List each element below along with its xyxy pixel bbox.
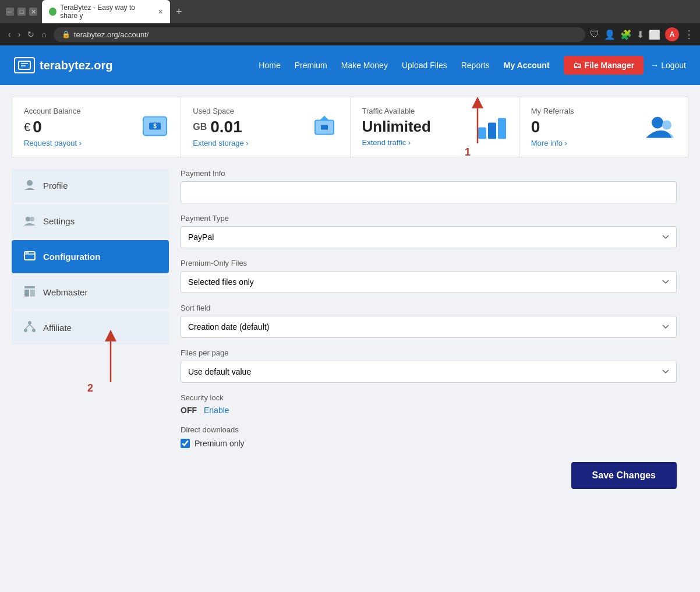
svg-rect-23 — [30, 290, 35, 297]
tab-close-button[interactable]: ✕ — [158, 8, 163, 16]
svg-point-24 — [28, 321, 31, 325]
sidebar-item-configuration[interactable]: Configuration — [12, 240, 169, 273]
direct-downloads-section: Direct downloads Premium only — [181, 425, 677, 448]
sidebar-item-webmaster[interactable]: Webmaster — [12, 276, 169, 309]
main-layout: Profile Settings Configuration Webmaster — [12, 169, 688, 501]
profile-label: Profile — [43, 181, 68, 191]
site-nav: terabytez.org Home Premium Make Money Up… — [0, 45, 700, 85]
premium-only-files-select[interactable]: Selected files only All files None — [181, 271, 677, 293]
affiliate-icon — [23, 320, 36, 335]
stat-card-referrals: My Referrals 0 More info › — [519, 97, 688, 157]
user-avatar[interactable]: A — [665, 27, 679, 41]
svg-point-13 — [662, 121, 671, 130]
home-button[interactable]: ⌂ — [39, 27, 48, 41]
new-tab-button[interactable]: + — [172, 6, 186, 18]
save-changes-button[interactable]: Save Changes — [571, 462, 677, 489]
security-lock-section: Security lock OFF Enable — [181, 393, 677, 415]
url-text: terabytez.org/account/ — [74, 30, 577, 39]
active-tab[interactable]: TeraBytez - Easy way to share y ✕ — [42, 0, 170, 23]
payment-info-section: Payment Info — [181, 169, 677, 203]
space-unit: GB — [193, 122, 207, 132]
sidebar-item-profile[interactable]: Profile — [12, 169, 169, 202]
payment-info-input[interactable] — [181, 181, 677, 203]
minimize-button[interactable]: ─ — [6, 8, 14, 16]
browser-controls: ─ □ ✕ — [6, 8, 37, 16]
svg-rect-21 — [24, 286, 35, 288]
split-icon: ⬜ — [649, 29, 660, 40]
nav-upload-files[interactable]: Upload Files — [402, 61, 447, 70]
file-manager-button[interactable]: 🗂 File Manager — [564, 56, 644, 75]
stat-card-traffic: Traffic Available Unlimited Extend traff… — [351, 97, 519, 157]
security-lock-label: Security lock — [181, 393, 677, 402]
file-manager-label: File Manager — [585, 61, 635, 70]
menu-icon[interactable]: ⋮ — [684, 28, 694, 41]
webmaster-label: Webmaster — [43, 287, 87, 297]
sidebar: Profile Settings Configuration Webmaster — [12, 169, 169, 501]
url-box[interactable]: 🔒 terabytez.org/account/ — [54, 27, 585, 42]
premium-only-checkbox-row: Premium only — [181, 439, 677, 448]
close-button[interactable]: ✕ — [29, 8, 37, 16]
configuration-icon — [23, 249, 36, 264]
forward-button[interactable]: › — [16, 27, 23, 41]
logout-icon: → — [650, 61, 659, 70]
lock-icon: 🔒 — [62, 30, 70, 38]
settings-label: Settings — [43, 216, 75, 226]
browser-nav-buttons: ‹ › ↻ ⌂ — [6, 27, 49, 41]
svg-line-27 — [26, 325, 30, 329]
payment-info-label: Payment Info — [181, 169, 677, 178]
sidebar-item-affiliate[interactable]: Affiliate — [12, 311, 169, 344]
back-button[interactable]: ‹ — [6, 27, 13, 41]
balance-amount: 0 — [33, 118, 42, 136]
sort-field-select[interactable]: Creation date (default) Name Size Date m… — [181, 316, 677, 338]
content-area: Payment Info Payment Type PayPal Bitcoin… — [169, 169, 688, 501]
nav-my-account[interactable]: My Account — [504, 61, 550, 70]
space-icon — [310, 112, 338, 142]
nav-home[interactable]: Home — [259, 61, 280, 70]
file-manager-icon: 🗂 — [573, 61, 581, 70]
nav-links: Home Premium Make Money Upload Files Rep… — [259, 61, 549, 70]
files-per-page-section: Files per page Use default value 10 20 5… — [181, 348, 677, 383]
tab-bar: TeraBytez - Easy way to share y ✕ + — [42, 0, 694, 23]
save-btn-row: Save Changes — [181, 462, 677, 501]
logout-button[interactable]: → Logout — [650, 61, 686, 70]
svg-point-12 — [652, 117, 663, 129]
sort-field-section: Sort field Creation date (default) Name … — [181, 304, 677, 338]
download-icon: ⬇ — [637, 29, 644, 40]
premium-only-checkbox[interactable] — [181, 439, 190, 448]
payment-type-select[interactable]: PayPal Bitcoin Bank Transfer — [181, 226, 677, 248]
logo-text: terabytez.org — [40, 59, 113, 72]
stat-card-space: Used Space GB 0.01 Extend storage › — [181, 97, 350, 157]
balance-currency: € — [24, 121, 30, 134]
svg-point-25 — [24, 329, 27, 332]
svg-rect-9 — [478, 128, 486, 139]
nav-actions: 🗂 File Manager → Logout — [564, 56, 686, 75]
nav-make-money[interactable]: Make Money — [341, 61, 388, 70]
balance-icon: $ — [141, 112, 169, 142]
tab-favicon — [49, 8, 56, 16]
refresh-button[interactable]: ↻ — [25, 27, 37, 41]
logo-icon — [14, 57, 35, 73]
settings-icon — [23, 214, 36, 228]
sort-field-label: Sort field — [181, 304, 677, 312]
svg-rect-22 — [24, 290, 29, 297]
svg-rect-11 — [498, 118, 506, 139]
enable-link[interactable]: Enable — [204, 406, 229, 415]
files-per-page-label: Files per page — [181, 348, 677, 357]
nav-reports[interactable]: Reports — [461, 61, 490, 70]
browser-chrome: ─ □ ✕ TeraBytez - Easy way to share y ✕ … — [0, 0, 700, 23]
svg-point-26 — [32, 329, 36, 332]
shield-icon: 🛡 — [590, 29, 599, 40]
configuration-label: Configuration — [43, 252, 100, 262]
space-amount: 0.01 — [210, 118, 242, 136]
logout-label: Logout — [661, 61, 686, 70]
sidebar-item-settings[interactable]: Settings — [12, 205, 169, 238]
site-logo: terabytez.org — [14, 57, 113, 73]
maximize-button[interactable]: □ — [17, 8, 26, 16]
direct-downloads-label: Direct downloads — [181, 425, 677, 434]
nav-premium[interactable]: Premium — [295, 61, 327, 70]
svg-line-28 — [30, 325, 34, 329]
files-per-page-select[interactable]: Use default value 10 20 50 100 — [181, 361, 677, 383]
svg-rect-10 — [488, 123, 496, 139]
payment-type-section: Payment Type PayPal Bitcoin Bank Transfe… — [181, 214, 677, 248]
payment-type-label: Payment Type — [181, 214, 677, 223]
